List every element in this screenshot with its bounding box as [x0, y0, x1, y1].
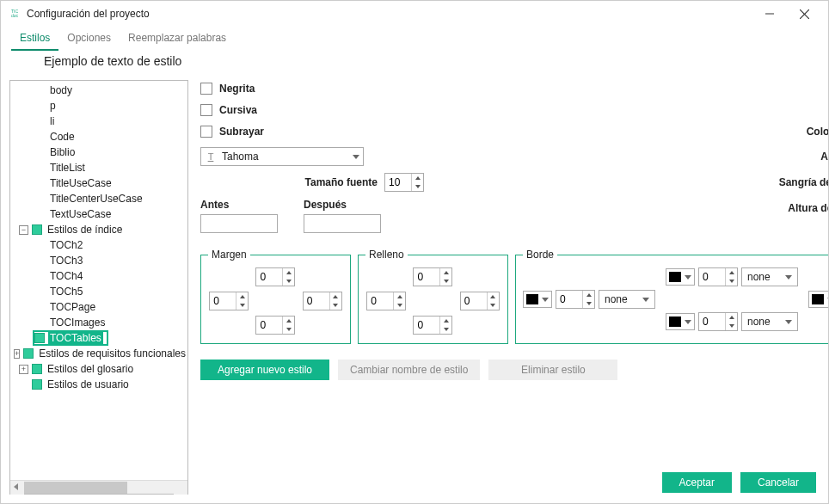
- tree-item[interactable]: TOCh3: [48, 255, 84, 267]
- style-tree-panel: body p li Code Biblio TitleList TitleUse…: [9, 80, 188, 495]
- border-legend: Borde: [523, 249, 557, 261]
- minimize-button[interactable]: [752, 1, 787, 27]
- tree-item[interactable]: Code: [48, 131, 77, 143]
- title-bar: TICdoc Configuración del proyecto: [1, 1, 828, 27]
- bold-checkbox[interactable]: [200, 83, 212, 95]
- border-left-width[interactable]: [556, 290, 595, 309]
- border-top-width[interactable]: [698, 267, 738, 286]
- margin-right-spinner[interactable]: [303, 292, 342, 310]
- bold-label: Negrita: [219, 83, 255, 95]
- border-bottom-width[interactable]: [698, 312, 738, 331]
- window-title: Configuración del proyecto: [27, 8, 752, 20]
- border-bottom-color[interactable]: [666, 313, 695, 330]
- tree-expand-icon[interactable]: +: [14, 349, 20, 359]
- color-label: Color: [804, 83, 828, 95]
- before-label: Antes: [200, 199, 278, 211]
- tree-item[interactable]: body: [48, 84, 74, 96]
- folder-icon: [32, 364, 42, 374]
- indent-label: Sangría de texto: [779, 176, 828, 188]
- style-example-text: Ejemplo de texto de estilo: [1, 51, 828, 75]
- padding-legend: Relleno: [365, 249, 408, 261]
- scroll-right-icon[interactable]: [180, 483, 184, 490]
- font-size-label: Tamaño fuente: [305, 176, 378, 188]
- border-left-color[interactable]: [523, 291, 552, 308]
- padding-top-spinner[interactable]: [413, 267, 452, 286]
- tree-item[interactable]: TitleList: [48, 162, 87, 174]
- tree-item-selected[interactable]: TOCTables: [48, 332, 103, 344]
- tree-group[interactable]: Estilos de requisitos funcionales: [37, 347, 187, 360]
- padding-bottom-spinner[interactable]: [413, 316, 452, 335]
- after-label: Después: [304, 199, 381, 211]
- tree-item[interactable]: TOCImages: [48, 317, 107, 329]
- tree-item[interactable]: p: [48, 100, 58, 112]
- border-right-color[interactable]: [808, 291, 828, 308]
- margin-legend: Margen: [208, 249, 250, 261]
- tree-item[interactable]: TextUseCase: [48, 208, 113, 220]
- tree-group[interactable]: Estilos de índice: [46, 224, 124, 236]
- close-button[interactable]: [787, 1, 821, 27]
- font-family-select[interactable]: T Tahoma: [200, 147, 364, 166]
- margin-bottom-spinner[interactable]: [255, 316, 295, 335]
- font-size-spinner[interactable]: [384, 173, 424, 192]
- border-left-style[interactable]: none: [599, 290, 655, 309]
- style-tree[interactable]: body p li Code Biblio TitleList TitleUse…: [10, 81, 187, 480]
- after-input[interactable]: [304, 214, 381, 233]
- tree-item[interactable]: TOCPage: [48, 301, 97, 313]
- font-family-value: Tahoma: [222, 151, 259, 163]
- tree-item[interactable]: TOCh5: [48, 286, 84, 298]
- delete-style-button[interactable]: Eliminar estilo: [488, 360, 617, 380]
- tree-expand-icon[interactable]: +: [19, 365, 28, 374]
- tree-group[interactable]: Estilos de usuario: [46, 378, 131, 390]
- tab-replace[interactable]: Reemplazar palabras: [120, 27, 235, 51]
- tree-item[interactable]: li: [48, 115, 56, 127]
- tree-item[interactable]: TitleCenterUseCase: [48, 193, 144, 205]
- align-label: Alinear: [761, 151, 828, 163]
- italic-label: Cursiva: [219, 104, 257, 116]
- margin-group: Margen: [200, 249, 351, 344]
- add-style-button[interactable]: Agregar nuevo estilo: [200, 360, 329, 380]
- folder-icon: [23, 348, 34, 359]
- tree-collapse-icon[interactable]: −: [19, 225, 28, 235]
- scroll-left-icon[interactable]: [14, 483, 18, 490]
- spin-down-icon[interactable]: [412, 182, 423, 191]
- horizontal-scrollbar[interactable]: [10, 480, 187, 494]
- padding-left-spinner[interactable]: [366, 292, 406, 310]
- padding-group: Relleno: [358, 249, 508, 344]
- tab-styles[interactable]: Estilos: [11, 27, 58, 51]
- margin-top-spinner[interactable]: [255, 267, 295, 286]
- border-bottom-style[interactable]: none: [741, 312, 798, 331]
- border-top-style[interactable]: none: [741, 267, 798, 286]
- ok-button[interactable]: Aceptar: [662, 472, 732, 493]
- border-top-color[interactable]: [666, 268, 695, 286]
- underline-checkbox[interactable]: [200, 126, 212, 138]
- tree-item[interactable]: TOCh2: [48, 239, 84, 251]
- line-height-label: Altura de línea: [788, 202, 828, 214]
- tree-group[interactable]: Estilos del glosario: [46, 363, 135, 375]
- style-icon: [34, 333, 45, 343]
- padding-right-spinner[interactable]: [460, 292, 500, 310]
- font-size-input[interactable]: [385, 174, 411, 191]
- folder-icon: [32, 224, 42, 235]
- bgcolor-label: Color de fondo: [785, 126, 828, 138]
- tree-item[interactable]: Biblio: [48, 146, 77, 158]
- scroll-thumb[interactable]: [24, 482, 127, 494]
- font-icon: T: [205, 151, 217, 163]
- rename-style-button[interactable]: Cambiar nombre de estilo: [338, 360, 480, 380]
- spin-up-icon[interactable]: [412, 174, 423, 182]
- tab-options[interactable]: Opciones: [58, 27, 120, 51]
- italic-checkbox[interactable]: [200, 104, 212, 116]
- style-form: Negrita Color Cursiva Subrayar: [200, 80, 828, 495]
- underline-label: Subrayar: [219, 126, 264, 138]
- border-group: Borde none = none: [515, 249, 828, 344]
- folder-icon: [32, 379, 42, 390]
- tab-bar: Estilos Opciones Reemplazar palabras: [1, 27, 828, 51]
- dialog-window: TICdoc Configuración del proyecto Estilo…: [0, 0, 829, 504]
- before-input[interactable]: [200, 214, 278, 233]
- app-icon: TICdoc: [8, 7, 21, 21]
- cancel-button[interactable]: Cancelar: [740, 472, 816, 493]
- dialog-footer: Aceptar Cancelar: [662, 472, 816, 493]
- chevron-down-icon: [353, 155, 359, 159]
- tree-item[interactable]: TitleUseCase: [48, 177, 114, 189]
- tree-item[interactable]: TOCh4: [48, 270, 84, 282]
- margin-left-spinner[interactable]: [209, 292, 249, 310]
